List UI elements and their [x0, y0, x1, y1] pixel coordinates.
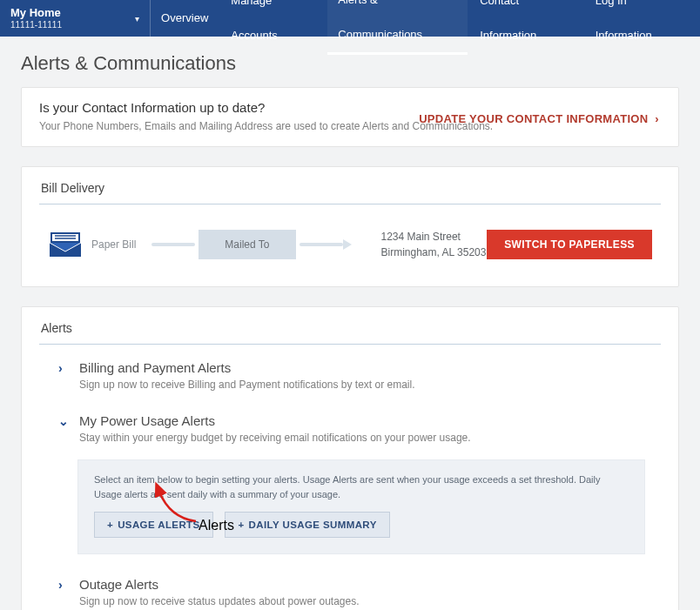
page-title: Alerts & Communications: [21, 52, 679, 75]
billing-alerts-group: › Billing and Payment Alerts Sign up now…: [58, 360, 654, 391]
account-number: 11111-11111: [10, 20, 62, 30]
address-line-2: Birmingham, AL 35203: [381, 245, 487, 260]
mail-icon: [48, 231, 83, 258]
switch-to-paperless-button[interactable]: SWITCH TO PAPERLESS: [487, 230, 652, 259]
top-nav: Overview Manage Accounts Alerts & Commun…: [151, 0, 700, 37]
alerts-heading: Alerts: [39, 316, 661, 345]
chevron-down-icon: ⌄: [58, 414, 71, 428]
outage-alerts-desc: Sign up now to receive status updates ab…: [79, 595, 654, 607]
mailed-to-label: Mailed To: [199, 230, 295, 259]
nav-alerts-communications[interactable]: Alerts & Communications: [327, 0, 468, 55]
chevron-right-icon: ›: [655, 112, 659, 125]
power-usage-note: Select an item below to begin setting yo…: [94, 473, 629, 501]
update-contact-label: UPDATE YOUR CONTACT INFORMATION: [419, 112, 648, 125]
caret-down-icon: ▾: [135, 14, 139, 23]
nav-contact-information[interactable]: Contact Information: [469, 0, 582, 53]
billing-alerts-toggle[interactable]: › Billing and Payment Alerts: [58, 360, 654, 375]
bill-type-label: Paper Bill: [91, 238, 136, 251]
outage-alerts-group: › Outage Alerts Sign up now to receive s…: [58, 577, 654, 607]
address-line-1: 1234 Main Street: [381, 229, 487, 245]
alerts-panel: Alerts › Billing and Payment Alerts Sign…: [21, 306, 679, 610]
account-title: My Home: [10, 7, 62, 19]
nav-overview[interactable]: Overview: [151, 1, 219, 36]
arrow-segment: [151, 243, 195, 246]
usage-alerts-button[interactable]: + USAGE ALERTS: [94, 512, 213, 538]
bill-delivery-row: Paper Bill Mailed To 1234 Main Street Bi…: [39, 204, 661, 272]
contact-info-panel: Is your Contact Information up to date? …: [21, 87, 679, 147]
nav-log-in-information[interactable]: Log In Information: [585, 0, 691, 53]
plus-icon: +: [238, 520, 244, 530]
billing-alerts-desc: Sign up now to receive Billing and Payme…: [79, 379, 654, 391]
power-usage-alerts-title: My Power Usage Alerts: [79, 413, 215, 428]
bill-delivery-panel: Bill Delivery Paper Bill Mailed To 1234 …: [21, 166, 679, 287]
account-dropdown[interactable]: My Home 11111-11111 ▾: [0, 0, 151, 37]
outage-alerts-title: Outage Alerts: [79, 577, 158, 592]
plus-icon: +: [107, 520, 113, 530]
usage-alerts-label: USAGE ALERTS: [118, 520, 199, 530]
daily-usage-summary-button[interactable]: + DAILY USAGE SUMMARY: [225, 512, 389, 538]
bill-delivery-heading: Bill Delivery: [39, 176, 661, 204]
mailing-address: 1234 Main Street Birmingham, AL 35203: [381, 229, 487, 260]
chevron-right-icon: ›: [58, 361, 71, 375]
top-bar: My Home 11111-11111 ▾ Overview Manage Ac…: [0, 0, 700, 37]
arrow-segment: [300, 243, 343, 246]
power-usage-sub-panel: Select an item below to begin setting yo…: [77, 459, 645, 554]
billing-alerts-title: Billing and Payment Alerts: [79, 360, 231, 375]
chevron-right-icon: ›: [58, 578, 71, 592]
update-contact-link[interactable]: UPDATE YOUR CONTACT INFORMATION ›: [419, 112, 659, 125]
arrow-head-icon: [343, 239, 352, 250]
page-body: Alerts & Communications Is your Contact …: [0, 37, 700, 610]
daily-usage-label: DAILY USAGE SUMMARY: [249, 520, 377, 530]
power-usage-alerts-toggle[interactable]: ⌄ My Power Usage Alerts: [58, 413, 654, 428]
nav-manage-accounts[interactable]: Manage Accounts: [220, 0, 326, 53]
svg-rect-0: [51, 233, 79, 242]
power-usage-alerts-desc: Stay within your energy budget by receiv…: [79, 432, 654, 444]
outage-alerts-toggle[interactable]: › Outage Alerts: [58, 577, 654, 592]
power-usage-alerts-group: ⌄ My Power Usage Alerts Stay within your…: [58, 413, 654, 554]
